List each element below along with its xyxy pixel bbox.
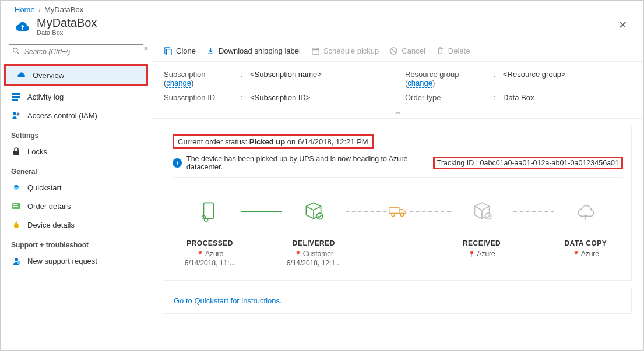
breadcrumb: Home › MyDataBox	[1, 1, 643, 16]
resource-group-label: Resource group	[405, 70, 459, 79]
svg-point-6	[17, 113, 20, 116]
sidebar-item-activity[interactable]: Activity log	[1, 87, 152, 106]
processed-icon	[178, 198, 241, 224]
status-panel: Current order status: Picked up on 6/14/…	[164, 126, 632, 281]
connector	[410, 211, 451, 212]
sidebar-item-device-details[interactable]: Device details	[1, 215, 152, 234]
sidebar-item-quickstart[interactable]: Quickstart	[1, 178, 152, 197]
quickstart-icon	[11, 182, 22, 193]
subscription-change-link[interactable]: change	[166, 79, 191, 88]
sidebar-group-general: General	[1, 161, 152, 178]
clone-icon	[164, 47, 173, 55]
chevron-right-icon: ›	[38, 5, 41, 14]
svg-point-5	[13, 112, 16, 115]
resource-group-change-link[interactable]: change	[407, 79, 432, 88]
sidebar-item-label: Locks	[27, 147, 47, 156]
info-icon: i	[173, 158, 182, 168]
svg-line-1	[17, 52, 19, 54]
sidebar-group-settings: Settings	[1, 125, 152, 142]
download-icon	[206, 47, 215, 55]
sidebar-item-label: Activity log	[27, 93, 64, 101]
stage-processed: PROCESSED 📍Azure 6/14/2018, 11:...	[178, 198, 241, 267]
stage-datacopy: DATA COPY 📍Azure	[554, 198, 617, 259]
cancel-icon	[389, 47, 398, 55]
pin-icon: 📍	[294, 251, 301, 257]
svg-rect-7	[13, 151, 19, 155]
truck-icon	[386, 198, 410, 224]
sidebar-item-order-details[interactable]: Order details	[1, 197, 152, 215]
status-info-text: The device has been picked up by UPS and…	[186, 155, 428, 171]
page-header: MyDataBox Data Box ✕	[1, 16, 643, 41]
lock-icon	[11, 146, 22, 157]
toolbar-cancel: Cancel	[389, 47, 425, 55]
pin-icon: 📍	[468, 251, 475, 257]
collapse-essentials[interactable]: ︽	[152, 107, 643, 119]
tracking-id: Tracking ID : 0abc01a0-aa01-012a-ab01-0a…	[433, 157, 623, 169]
activity-log-icon	[11, 91, 22, 102]
toolbar-delete: Delete	[436, 47, 470, 55]
overview-icon	[16, 70, 27, 80]
sidebar-item-overview[interactable]: Overview	[6, 66, 146, 84]
status-info-row: i The device has been picked up by UPS a…	[173, 155, 623, 178]
stage-received: RECEIVED 📍Azure	[451, 198, 513, 259]
calendar-icon	[311, 47, 320, 55]
sidebar-item-new-support[interactable]: New support request	[1, 251, 152, 270]
sidebar-item-label: Order details	[27, 202, 71, 211]
stage-in-transit	[386, 198, 410, 224]
collapse-sidebar-button[interactable]: «	[144, 44, 148, 52]
subscription-id-value: <Subscription ID>	[250, 93, 402, 102]
sidebar-item-label: Overview	[33, 71, 64, 80]
breadcrumb-home[interactable]: Home	[15, 5, 35, 14]
databox-icon	[15, 19, 31, 35]
order-stages: PROCESSED 📍Azure 6/14/2018, 11:... DELIV…	[178, 198, 617, 267]
toolbar: Clone Download shipping label Schedule p…	[152, 41, 643, 62]
sidebar-group-support: Support + troubleshoot	[1, 234, 152, 251]
sidebar-item-label: New support request	[27, 257, 97, 265]
subscription-id-label: Subscription ID	[164, 93, 234, 102]
close-button[interactable]: ✕	[616, 16, 629, 34]
stage-delivered: DELIVERED 📍Customer 6/14/2018, 12:1...	[282, 198, 345, 267]
page-subtitle: Data Box	[37, 29, 97, 36]
pin-icon: 📍	[572, 251, 579, 257]
sidebar-item-label: Access control (IAM)	[27, 111, 97, 120]
sidebar: « Overview Activity log Access control (…	[1, 41, 152, 351]
svg-point-0	[13, 48, 17, 52]
sidebar-item-iam[interactable]: Access control (IAM)	[1, 106, 152, 125]
toolbar-label: Clone	[176, 47, 196, 55]
svg-rect-14	[167, 49, 171, 55]
svg-point-11	[15, 258, 18, 261]
received-icon	[451, 198, 513, 224]
iam-icon	[11, 110, 22, 120]
toolbar-download[interactable]: Download shipping label	[206, 47, 301, 55]
svg-rect-21	[389, 207, 399, 213]
svg-rect-2	[12, 93, 20, 95]
svg-rect-9	[13, 204, 17, 205]
quickstart-link-panel: Go to Quickstart for instructions.	[164, 288, 632, 314]
order-type-value: Data Box	[503, 93, 620, 102]
toolbar-schedule: Schedule pickup	[311, 47, 379, 55]
order-details-icon	[11, 201, 22, 211]
sidebar-item-label: Quickstart	[27, 183, 62, 192]
search-input[interactable]	[9, 44, 143, 59]
svg-point-22	[391, 213, 394, 216]
resource-group-value: <Resource group>	[503, 70, 620, 87]
subscription-label: Subscription	[164, 70, 206, 79]
info-essentials: Subscription (change) : <Subscription na…	[152, 62, 643, 107]
breadcrumb-current: MyDataBox	[44, 5, 83, 14]
search-icon	[12, 47, 20, 56]
device-details-icon	[11, 219, 22, 230]
toolbar-label: Download shipping label	[219, 47, 301, 55]
subscription-value: <Subscription name>	[250, 70, 402, 87]
connector	[346, 211, 386, 212]
toolbar-label: Schedule pickup	[323, 47, 379, 55]
order-status: Current order status: Picked up on 6/14/…	[173, 134, 374, 149]
pin-icon: 📍	[196, 251, 203, 257]
sidebar-item-locks[interactable]: Locks	[1, 142, 152, 161]
sidebar-item-label: Device details	[27, 221, 75, 229]
toolbar-clone[interactable]: Clone	[164, 47, 196, 55]
svg-rect-12	[17, 261, 20, 264]
quickstart-link[interactable]: Go to Quickstart for instructions.	[174, 296, 282, 305]
toolbar-label: Delete	[448, 47, 470, 55]
data-copy-icon	[554, 198, 617, 224]
svg-rect-10	[13, 206, 18, 207]
